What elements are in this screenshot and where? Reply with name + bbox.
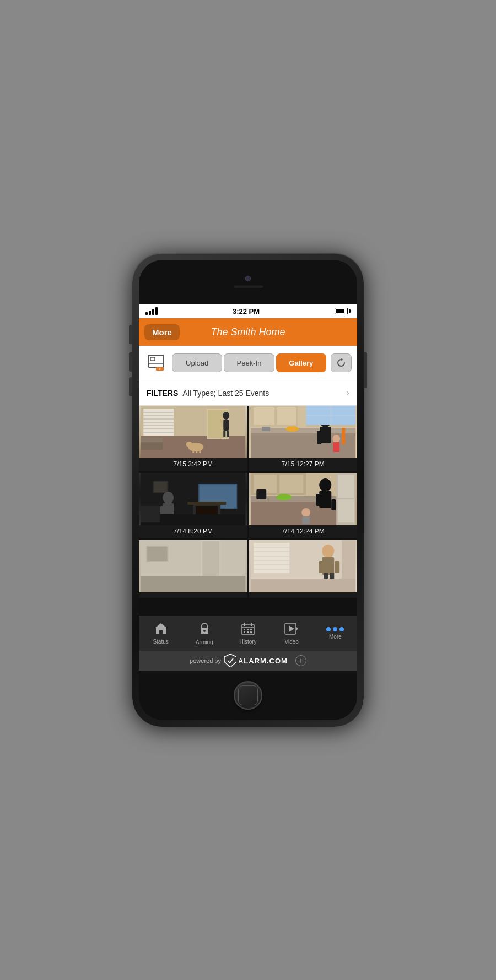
photo-item-4[interactable]: 7/14 12:24 PM xyxy=(249,473,358,538)
alarm-brand-text: ALARM.COM xyxy=(238,657,288,665)
nav-history-label: History xyxy=(239,639,256,645)
photo-timestamp-2: 7/15 12:27 PM xyxy=(281,458,326,471)
filters-bar[interactable]: FILTERS All Types; Last 25 Events › xyxy=(139,380,357,406)
history-calendar-icon xyxy=(241,622,255,638)
svg-rect-19 xyxy=(223,431,225,437)
svg-rect-105 xyxy=(244,629,245,630)
more-dots-icon xyxy=(326,627,344,631)
photo-thumb-4 xyxy=(249,473,358,525)
photo-timestamp-6 xyxy=(302,592,304,598)
svg-marker-113 xyxy=(289,625,294,632)
refresh-button[interactable] xyxy=(331,353,352,372)
upload-tab[interactable]: Upload xyxy=(172,353,222,372)
photo-thumb-2 xyxy=(249,406,358,458)
gallery-tab[interactable]: Gallery xyxy=(276,353,326,372)
nav-video-label: Video xyxy=(285,639,299,645)
svg-rect-72 xyxy=(302,516,310,524)
nav-item-more[interactable]: More xyxy=(314,616,357,651)
status-bar: 3:22 PM xyxy=(139,304,357,318)
bottom-bezel xyxy=(139,671,357,720)
svg-marker-98 xyxy=(155,623,167,634)
svg-rect-34 xyxy=(277,407,296,425)
photo-item-2[interactable]: 7/15 12:27 PM xyxy=(249,406,358,471)
svg-rect-18 xyxy=(223,420,229,431)
info-button[interactable]: i xyxy=(295,655,306,666)
filters-value: All Types; Last 25 Events xyxy=(182,389,269,398)
svg-rect-37 xyxy=(317,431,321,444)
photo-item-3[interactable]: 7/14 8:20 PM xyxy=(139,473,247,538)
svg-rect-107 xyxy=(250,629,252,630)
screen: 3:22 PM More The Smith Home xyxy=(139,304,357,671)
svg-rect-69 xyxy=(316,494,321,506)
svg-rect-53 xyxy=(154,482,167,492)
svg-rect-74 xyxy=(338,475,354,498)
nav-item-arming[interactable]: Arming xyxy=(182,616,226,651)
nav-item-status[interactable]: Status xyxy=(139,616,182,651)
svg-rect-78 xyxy=(147,547,167,561)
bottom-nav: Status Arming xyxy=(139,616,357,651)
peekin-tab[interactable]: Peek-In xyxy=(224,353,274,372)
svg-point-38 xyxy=(332,435,340,443)
grid-row-2: 7/14 8:20 PM xyxy=(139,473,357,538)
svg-rect-33 xyxy=(254,407,274,425)
filters-left: FILTERS All Types; Last 25 Events xyxy=(147,389,269,398)
home-button[interactable] xyxy=(234,681,262,710)
battery-icon xyxy=(335,308,351,314)
photo-thumb-6 xyxy=(249,540,358,592)
grid-row-3 xyxy=(139,540,357,598)
svg-rect-96 xyxy=(251,579,355,592)
signal-bars xyxy=(145,307,158,315)
photo-thumb-3 xyxy=(139,473,247,525)
status-home-icon xyxy=(154,622,168,638)
svg-rect-66 xyxy=(256,489,266,499)
photo-item-1[interactable]: 7/15 3:42 PM xyxy=(139,406,247,471)
nav-item-history[interactable]: History xyxy=(226,616,269,651)
filters-chevron-icon: › xyxy=(346,387,349,399)
svg-point-40 xyxy=(285,426,299,432)
photo-timestamp-4: 7/14 12:24 PM xyxy=(281,525,326,538)
powered-by-text: powered by xyxy=(190,657,221,664)
more-button[interactable]: More xyxy=(144,324,180,340)
svg-rect-93 xyxy=(335,561,339,573)
svg-rect-106 xyxy=(247,629,249,630)
svg-point-17 xyxy=(223,412,229,420)
svg-rect-75 xyxy=(338,499,354,522)
photo-item-6[interactable] xyxy=(249,540,358,598)
video-play-icon xyxy=(284,622,299,638)
top-bezel xyxy=(139,260,357,304)
svg-point-54 xyxy=(163,492,174,504)
svg-point-65 xyxy=(276,494,292,500)
dot-2 xyxy=(333,627,337,631)
svg-point-71 xyxy=(301,508,310,517)
alarm-logo: ALARM.COM xyxy=(224,654,288,667)
svg-rect-29 xyxy=(251,431,355,458)
svg-point-90 xyxy=(322,545,334,558)
photo-timestamp-1: 7/15 3:42 PM xyxy=(172,458,214,471)
svg-point-22 xyxy=(186,442,192,447)
arming-lock-icon xyxy=(198,622,211,638)
powered-bar: powered by ALARM.COM i xyxy=(139,651,357,671)
camera xyxy=(245,276,251,281)
svg-rect-70 xyxy=(331,499,336,510)
tab-group: Upload Peek-In Gallery xyxy=(172,353,326,372)
photo-thumb-1 xyxy=(139,406,247,458)
filters-label: FILTERS xyxy=(147,389,178,398)
svg-rect-68 xyxy=(319,491,331,508)
svg-rect-97 xyxy=(342,540,355,579)
svg-rect-62 xyxy=(279,475,303,493)
speaker xyxy=(233,285,263,288)
svg-rect-25 xyxy=(199,449,201,453)
svg-rect-20 xyxy=(227,431,229,437)
nav-item-video[interactable]: Video xyxy=(270,616,314,651)
photo-timestamp-5 xyxy=(192,592,194,598)
home-button-inner xyxy=(238,685,258,705)
svg-point-67 xyxy=(319,478,331,492)
svg-rect-1 xyxy=(150,357,155,361)
photo-timestamp-3: 7/14 8:20 PM xyxy=(172,525,214,538)
gallery-icon: ★ xyxy=(144,351,168,374)
photo-item-5[interactable] xyxy=(139,540,247,598)
svg-rect-92 xyxy=(319,561,324,573)
app-header: More The Smith Home xyxy=(139,318,357,346)
svg-marker-112 xyxy=(296,627,298,631)
grid-row-1: 7/15 3:42 PM xyxy=(139,406,357,471)
